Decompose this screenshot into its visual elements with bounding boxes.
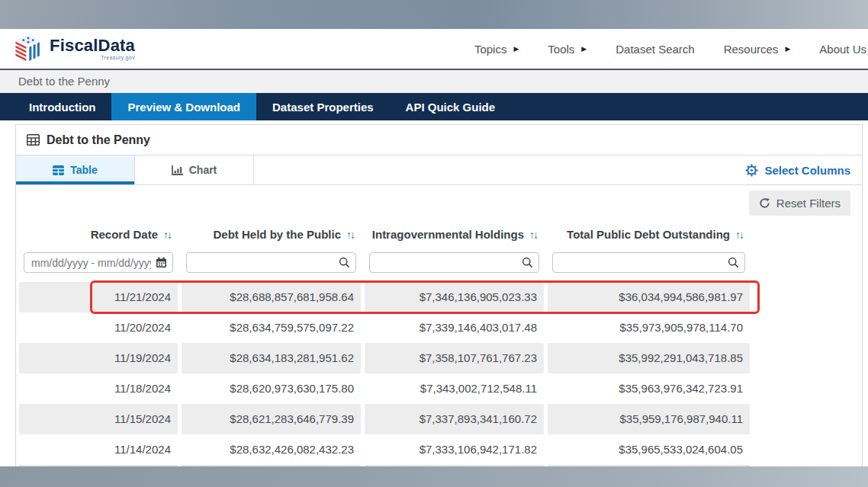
record-date-cell: 11/15/2024 bbox=[19, 404, 178, 434]
sort-icon[interactable]: ↑↓ bbox=[346, 229, 354, 241]
column-header-record-date[interactable]: Record Date ↑↓ bbox=[19, 228, 178, 241]
column-header-intragovernmental-holdings[interactable]: Intragovernmental Holdings ↑↓ bbox=[365, 228, 544, 241]
caret-right-icon: ▶ bbox=[581, 46, 587, 53]
intragovernmental-cell: $7,333,106,942,171.82 bbox=[365, 434, 544, 465]
view-tabs-row: Table Chart bbox=[16, 155, 862, 185]
calendar-icon[interactable] bbox=[156, 257, 167, 268]
nav-item-tools[interactable]: Tools ▶ bbox=[533, 43, 601, 56]
search-icon bbox=[728, 257, 739, 268]
view-tab-table[interactable]: Table bbox=[16, 155, 135, 184]
total-debt-cell: $35,965,533,024,604.05 bbox=[548, 434, 750, 465]
caret-right-icon: ▶ bbox=[513, 46, 519, 53]
table-row: 11/20/2024 $28,634,759,575,097.22 $7,339… bbox=[19, 312, 862, 343]
refresh-icon bbox=[759, 197, 770, 209]
intragovernmental-filter-input[interactable] bbox=[369, 252, 539, 273]
nav-item-topics[interactable]: Topics ▶ bbox=[460, 43, 533, 56]
debt-held-cell: $28,632,426,082,432.23 bbox=[182, 434, 361, 465]
record-date-range-input[interactable] bbox=[24, 252, 173, 273]
breadcrumb-bar: Debt to the Penny bbox=[0, 69, 868, 93]
total-debt-filter-input[interactable] bbox=[552, 252, 745, 273]
fiscaldata-logo-icon bbox=[12, 33, 44, 65]
total-debt-cell: $36,034,994,586,981.97 bbox=[548, 282, 750, 312]
logo-subtitle: Treasury.gov bbox=[50, 55, 135, 60]
table-filter-row bbox=[16, 248, 862, 277]
debt-held-cell: $28,634,759,575,097.22 bbox=[182, 312, 361, 343]
table-grid-icon bbox=[27, 134, 40, 146]
nav-item-dataset-search[interactable]: Dataset Search bbox=[601, 43, 709, 56]
total-debt-cell: $35,963,976,342,723.91 bbox=[548, 373, 750, 404]
debt-held-cell: $28,621,283,646,779.39 bbox=[182, 404, 361, 434]
table-row: 11/18/2024 $28,620,973,630,175.80 $7,343… bbox=[19, 373, 862, 404]
tab-introduction[interactable]: Introduction bbox=[13, 93, 111, 120]
sort-icon[interactable]: ↑↓ bbox=[529, 229, 537, 241]
column-header-debt-held-by-public[interactable]: Debt Held by the Public ↑↓ bbox=[182, 228, 361, 241]
select-columns-button[interactable]: Select Columns bbox=[745, 155, 850, 184]
total-debt-cell: $35,959,176,987,940.11 bbox=[548, 404, 750, 434]
intragovernmental-cell: $7,358,107,761,767.23 bbox=[365, 343, 544, 373]
letterbox-top bbox=[0, 0, 868, 29]
tab-dataset-properties[interactable]: Dataset Properties bbox=[256, 93, 390, 120]
reset-filters-button[interactable]: Reset Filters bbox=[749, 191, 850, 216]
table-rows: 11/21/2024 $28,688,857,681,958.64 $7,346… bbox=[16, 282, 862, 465]
intragovernmental-cell: $7,343,002,712,548.11 bbox=[365, 373, 544, 404]
chart-view-icon bbox=[172, 165, 183, 175]
caret-right-icon: ▶ bbox=[785, 46, 790, 53]
fiscaldata-logo[interactable]: FiscalData Treasury.gov bbox=[12, 33, 135, 65]
table-view-icon bbox=[53, 165, 64, 175]
tab-preview-download[interactable]: Preview & Download bbox=[111, 93, 256, 120]
select-columns-gear-icon bbox=[745, 164, 758, 177]
search-icon bbox=[339, 257, 350, 268]
record-date-cell: 11/20/2024 bbox=[19, 312, 178, 343]
table-header-row: Record Date ↑↓ Debt Held by the Public ↑… bbox=[16, 220, 862, 248]
debt-held-cell: $28,634,183,281,951.62 bbox=[182, 343, 361, 373]
record-date-cell: 11/14/2024 bbox=[19, 434, 178, 465]
debt-held-filter-input[interactable] bbox=[186, 252, 356, 273]
nav-item-about-us[interactable]: About Us bbox=[805, 43, 867, 56]
card-title-row: Debt to the Penny bbox=[16, 125, 862, 155]
intragovernmental-cell: $7,337,893,341,160.72 bbox=[365, 404, 544, 434]
site-header: FiscalData Treasury.gov Topics ▶ Tools ▶… bbox=[0, 29, 868, 69]
record-date-cell: 11/18/2024 bbox=[19, 373, 178, 404]
debt-held-cell: $28,688,857,681,958.64 bbox=[182, 282, 361, 312]
table-row: 11/19/2024 $28,634,183,281,951.62 $7,358… bbox=[19, 343, 862, 373]
letterbox-bottom bbox=[0, 466, 868, 487]
table-row: 11/15/2024 $28,621,283,646,779.39 $7,337… bbox=[19, 404, 862, 434]
total-debt-cell: $35,973,905,978,114.70 bbox=[548, 312, 750, 343]
nav-item-resources[interactable]: Resources ▶ bbox=[709, 43, 805, 56]
sort-icon[interactable]: ↑↓ bbox=[163, 229, 171, 241]
main-nav: Topics ▶ Tools ▶ Dataset Search Resource… bbox=[460, 29, 867, 69]
sort-icon[interactable]: ↑↓ bbox=[735, 229, 743, 241]
breadcrumb: Debt to the Penny bbox=[0, 70, 868, 92]
view-tab-chart[interactable]: Chart bbox=[135, 155, 254, 184]
record-date-cell: 11/19/2024 bbox=[19, 343, 178, 373]
tab-api-quick-guide[interactable]: API Quick Guide bbox=[390, 93, 512, 120]
reset-filters-row: Reset Filters bbox=[16, 185, 862, 220]
card-title: Debt to the Penny bbox=[47, 133, 150, 147]
logo-title: FiscalData bbox=[50, 37, 135, 54]
debt-held-cell: $28,620,973,630,175.80 bbox=[182, 373, 361, 404]
intragovernmental-cell: $7,339,146,403,017.48 bbox=[365, 312, 544, 343]
column-header-total-public-debt[interactable]: Total Public Debt Outstanding ↑↓ bbox=[548, 228, 750, 241]
record-date-cell: 11/21/2024 bbox=[19, 282, 178, 312]
table-row-highlighted: 11/21/2024 $28,688,857,681,958.64 $7,346… bbox=[19, 282, 862, 312]
search-icon bbox=[522, 257, 533, 268]
total-debt-cell: $35,992,291,043,718.85 bbox=[548, 343, 750, 373]
page-tab-bar: Introduction Preview & Download Dataset … bbox=[0, 93, 868, 120]
table-row: 11/14/2024 $28,632,426,082,432.23 $7,333… bbox=[19, 434, 862, 465]
dataset-card: Debt to the Penny Table bbox=[15, 124, 863, 466]
intragovernmental-cell: $7,346,136,905,023.33 bbox=[365, 282, 544, 312]
